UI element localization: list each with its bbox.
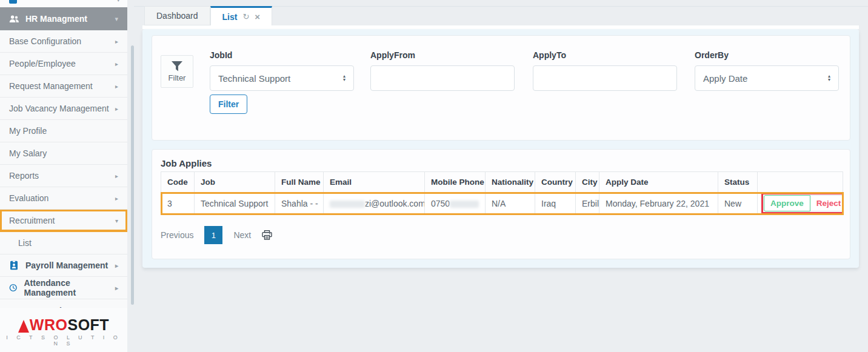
logo-tagline: I C T S O L U T I O N S [0,334,127,347]
cell-city: Erbil [576,193,599,214]
chevron-right-icon: ▸ [115,285,118,291]
job-applies-table: Code Job Full Name Email Mobile Phone Na… [161,171,843,214]
sidebar-item-request-management[interactable]: Request Management ▸ [0,75,127,98]
chevron-down-icon: ▾ [115,15,118,23]
sidebar-item-attendance-management[interactable]: Attendance Management ▸ [0,277,127,299]
job-applies-title: Job Applies [161,158,212,168]
cell-job: Technical Support [195,193,275,214]
sidebar-header-label: HR Managment [25,14,87,24]
field-applyfrom: ApplyFrom [370,50,515,91]
cell-actions: Approve Reject [758,193,843,214]
logo-triangle-icon [18,320,29,333]
sidebar-item-my-salary[interactable]: My Salary [0,142,127,165]
sidebar-item-list[interactable]: List [0,232,127,254]
cell-email: zi@outlook.com [324,193,425,214]
sidebar-item-reports[interactable]: Reports ▸ [0,165,127,187]
cell-country: Iraq [535,193,576,214]
applyfrom-input[interactable] [370,65,515,91]
jobid-selected-value: Technical Support [218,73,290,84]
close-icon[interactable]: × [255,12,260,21]
awrosoft-logo: WROSOFT [0,317,127,333]
row-actions: Approve Reject [764,195,843,211]
content-panel: Filter JobId Technical Support ▴▾ ApplyF… [142,29,859,268]
orderby-label: OrderBy [695,50,839,60]
applyfrom-label: ApplyFrom [370,50,515,60]
approve-button[interactable]: Approve [764,195,810,211]
sidebar-item-label: Base Configuration [9,36,81,46]
current-page-button[interactable]: 1 [204,226,222,244]
logo-text-red: WRO [30,317,68,333]
select-arrows-icon: ▴▾ [828,75,830,82]
applyto-input[interactable] [533,65,677,91]
sidebar-item-label: People/Employee [9,59,76,68]
chevron-down-icon: ▾ [115,218,118,224]
col-country: Country [535,172,576,193]
sidebar-item-people-employee[interactable]: People/Employee ▸ [0,53,127,75]
chevron-down-icon: ▾ [116,0,120,4]
col-actions [758,172,843,193]
sidebar-header-hr-management[interactable]: HR Managment ▾ [0,7,127,30]
sidebar-item-label: Evaluation [9,193,48,203]
sidebar-menu: Base Configuration ▸ People/Employee ▸ R… [0,30,127,308]
table-header-row: Code Job Full Name Email Mobile Phone Na… [161,172,843,193]
sidebar-item-job-vacancy-management[interactable]: Job Vacancy Management ▸ [0,98,127,120]
pagination: Previous 1 Next [161,226,272,244]
jobid-label: JobId [210,50,354,60]
field-jobid: JobId Technical Support ▴▾ [210,50,354,91]
col-email: Email [324,172,425,193]
reject-button[interactable]: Reject [810,195,843,211]
chevron-right-icon: ▸ [115,105,118,112]
orderby-select[interactable]: Apply Date ▴▾ [695,65,839,91]
col-full-name: Full Name [275,172,324,193]
chevron-right-icon: ▸ [115,61,118,67]
chevron-right-icon: ▸ [115,83,118,90]
sidebar-item-partial-bottom[interactable]: Accounting & Stores [0,299,127,308]
next-page-link[interactable]: Next [233,230,251,240]
sidebar-item-label: Reports [9,171,39,181]
sidebar-item-partial-top[interactable]: ▾ [0,0,127,7]
print-button[interactable] [262,230,272,240]
cell-nationality: N/A [486,193,535,214]
sidebar-item-payroll-management[interactable]: Payroll Management ▸ [0,254,127,277]
people-icon [9,15,19,23]
sidebar-item-my-profile[interactable]: My Profile [0,120,127,142]
filter-submit-button[interactable]: Filter [210,95,247,114]
sidebar-item-evaluation[interactable]: Evaluation ▸ [0,187,127,210]
chevron-right-icon: ▸ [115,195,118,202]
col-city: City [576,172,599,193]
filter-toggle-button[interactable]: Filter [161,55,193,88]
cell-mobile-phone: 0750 [425,193,486,214]
sidebar-item-label: Job Vacancy Management [9,104,109,113]
tab-dashboard[interactable]: Dashboard [144,6,210,25]
cell-code: 3 [161,193,195,214]
id-badge-icon [9,261,19,270]
funnel-icon [171,61,183,71]
col-status: Status [718,172,758,193]
sidebar-scrollbar[interactable] [131,45,134,305]
previous-page-link[interactable]: Previous [161,230,193,240]
sidebar-item-label: My Salary [9,148,47,158]
jobid-select[interactable]: Technical Support ▴▾ [210,65,354,91]
clock-icon [9,283,17,293]
actions-highlight-box: Approve Reject [761,193,843,214]
redacted-text [330,201,365,208]
partial-menu-icon [9,0,17,4]
cell-full-name: Shahla - - [275,193,324,214]
tab-list[interactable]: List ↻ × [210,6,273,25]
table-row[interactable]: 3 Technical Support Shahla - - zi@outloo… [161,193,843,214]
main-content: Dashboard List ↻ × Filter JobId [127,0,868,352]
filter-panel: Filter JobId Technical Support ▴▾ ApplyF… [152,35,850,141]
chevron-right-icon: ▸ [115,38,118,45]
logo-text-dark: SOFT [67,317,109,333]
col-job: Job [195,172,275,193]
sidebar-footer: WROSOFT I C T S O L U T I O N S Develope… [0,308,127,352]
filter-box-label: Filter [169,73,186,82]
printer-icon [262,230,272,240]
tab-bar: Dashboard List ↻ × [144,6,272,25]
sidebar-item-recruitment[interactable]: Recruitment ▾ [0,210,127,232]
refresh-icon[interactable]: ↻ [242,12,249,21]
col-code: Code [161,172,195,193]
sidebar-item-base-configuration[interactable]: Base Configuration ▸ [0,30,127,53]
col-mobile-phone: Mobile Phone [425,172,486,193]
sidebar-item-label: Recruitment [9,216,55,225]
